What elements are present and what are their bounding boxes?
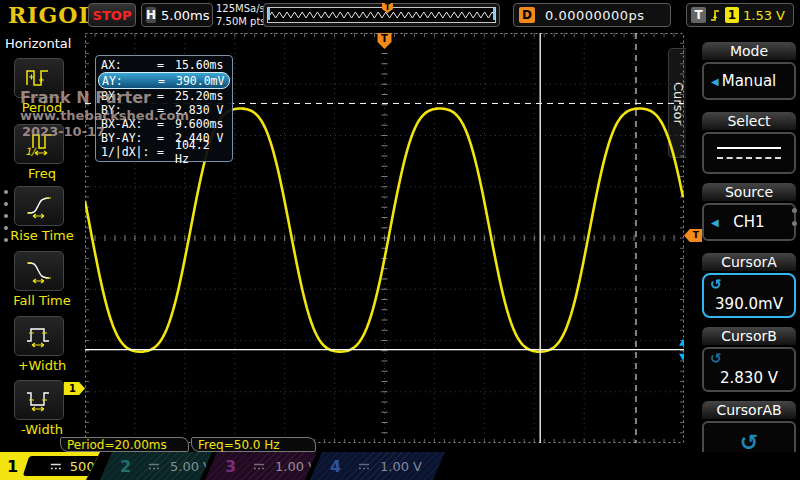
cursor-a-button[interactable]: ↺ 390.0mV — [702, 273, 796, 318]
rise-time-icon — [24, 193, 54, 219]
section-cursor-b: CursorB ↺ 2.830 V — [702, 327, 796, 392]
mode-button[interactable]: ◀ Manual — [702, 62, 796, 100]
readout-label: BY-AY: — [101, 131, 157, 145]
source-button[interactable]: ◀ CH1 — [702, 203, 796, 241]
minus-width-icon — [24, 387, 54, 413]
trigger-position-marker[interactable]: T — [378, 33, 392, 49]
readout-label: BX-AX: — [101, 117, 157, 131]
channel-2-status[interactable]: 2 5.00 V — [100, 452, 212, 480]
source-header: Source — [702, 183, 796, 201]
readout-row-inv-dx: 1/|dX|: = 104.2 Hz — [96, 145, 232, 159]
trigger-level-value: 1.53 V — [743, 8, 785, 23]
section-mode: Mode ◀ Manual — [702, 42, 796, 100]
preview-right-bracket-icon — [490, 8, 495, 20]
cursor-readout-panel: AX: = 15.60ms AY: = 390.0mV BX: = 25.20m… — [95, 55, 233, 162]
freq-icon: 1/ — [24, 131, 54, 157]
left-triangle-icon: ◀ — [711, 76, 719, 87]
rigol-logo: RIGOL — [8, 2, 95, 28]
readout-value: 104.2 Hz — [175, 138, 227, 166]
section-select: Select — [702, 112, 796, 174]
menu-item-label: Fall Time — [0, 293, 84, 308]
menu-item-fall-time[interactable]: Fall Time — [0, 251, 84, 308]
rotate-knob-icon: ↺ — [710, 276, 722, 292]
waveform-preview-strip[interactable]: T — [263, 3, 500, 27]
channel-3-number: 3 — [225, 457, 239, 476]
preview-window — [267, 7, 496, 23]
readout-row-bx: BX: = 25.20ms — [96, 89, 232, 103]
cursor-ab-header: CursorAB — [702, 401, 796, 419]
menu-item-rise-time[interactable]: Rise Time — [0, 186, 84, 243]
cursor-a-header: CursorA — [702, 253, 796, 271]
channel-4-scale: 1.00 V — [380, 459, 422, 474]
rotate-knob-icon: ↺ — [710, 350, 722, 366]
readout-row-ax: AX: = 15.60ms — [96, 58, 232, 72]
source-value: CH1 — [733, 213, 764, 231]
trigger-source-badge: 1 — [725, 7, 739, 23]
select-button[interactable] — [702, 132, 796, 174]
scroll-dot-icon — [4, 238, 8, 242]
readout-label: BX: — [101, 89, 157, 103]
top-status-bar: RIGOL STOP H 5.00ms 125MSa/s 7.50M pts T… — [0, 0, 800, 30]
run-state-label: STOP — [93, 8, 132, 23]
menu-item-label: Rise Time — [0, 228, 84, 243]
readout-row-bx-ax: BX-AX: = 9.600ms — [96, 117, 232, 131]
menu-item-plus-width[interactable]: +Width — [0, 316, 84, 373]
readout-value: 2.830 V — [175, 103, 227, 117]
readout-label: AY: — [102, 74, 158, 88]
channel-4-status[interactable]: 4 1.00 V — [310, 452, 445, 480]
mode-header: Mode — [702, 42, 796, 60]
readout-eq: = — [157, 145, 175, 159]
cursor-b-value: 2.830 V — [720, 369, 778, 387]
channel-2-number: 2 — [120, 457, 134, 476]
readout-eq: = — [157, 89, 175, 103]
select-header: Select — [702, 112, 796, 130]
run-stop-button[interactable]: STOP — [88, 3, 136, 27]
fall-time-icon — [24, 258, 54, 284]
left-triangle-icon: ◀ — [711, 217, 719, 228]
channel-1-number: 1 — [7, 457, 18, 476]
readout-value: 390.0mV — [176, 74, 226, 88]
readout-row-by: BY: = 2.830 V — [96, 103, 232, 117]
channel-3-status[interactable]: 3 1.00 V — [205, 452, 317, 480]
freq-measurement: Freq=50.0 Hz — [191, 437, 316, 452]
readout-eq: = — [157, 117, 175, 131]
cursor-a-value: 390.0mV — [715, 295, 783, 313]
sample-rate: 125MSa/s — [216, 2, 266, 15]
menu-page-dots — [792, 208, 797, 226]
scroll-dot-icon — [4, 202, 8, 206]
menu-item-label: -Width — [0, 422, 84, 437]
timebase-value: 5.00ms — [161, 8, 209, 23]
dc-coupling-icon — [358, 462, 370, 471]
scroll-dot-icon — [4, 226, 8, 230]
section-source: Source ◀ CH1 — [702, 183, 796, 241]
rotate-knob-icon: ↺ — [740, 430, 758, 455]
readout-eq: = — [157, 103, 175, 117]
channel-2-scale: 5.00 V — [170, 459, 212, 474]
readout-value: 15.60ms — [175, 58, 227, 72]
readout-label: 1/|dX|: — [101, 145, 157, 159]
memory-depth: 7.50M pts — [216, 15, 266, 28]
cursor-a-line-icon — [717, 147, 781, 149]
menu-item-label: +Width — [0, 358, 84, 373]
menu-item-freq[interactable]: 1/ Freq — [0, 124, 84, 181]
svg-text:T: T — [381, 33, 388, 44]
cursor-b-line-icon — [717, 157, 781, 159]
delay-box[interactable]: D 0.00000000ps — [513, 3, 671, 27]
svg-text:1/: 1/ — [25, 146, 37, 157]
menu-item-period[interactable]: Period — [0, 58, 84, 115]
cursor-b-header: CursorB — [702, 327, 796, 345]
channel-1-status[interactable]: 1 500mV — [0, 452, 110, 480]
readout-label: AX: — [101, 58, 157, 72]
channel-status-bar: 1 500mV 2 5.00 V 3 — [0, 452, 800, 480]
preview-waveform-icon — [268, 8, 495, 22]
dc-coupling-icon — [50, 462, 62, 471]
channel-3-scale: 1.00 V — [275, 459, 317, 474]
cursor-b-button[interactable]: ↺ 2.830 V — [702, 347, 796, 392]
trigger-icon: T — [691, 7, 706, 23]
trigger-slope-rising-icon — [710, 7, 721, 23]
section-cursor-a: CursorA ↺ 390.0mV — [702, 253, 796, 318]
mode-value: Manual — [722, 72, 777, 90]
trigger-box[interactable]: T 1 1.53 V — [686, 3, 794, 27]
timebase-box[interactable]: H 5.00ms — [141, 3, 213, 27]
horizontal-icon: H — [146, 7, 156, 23]
